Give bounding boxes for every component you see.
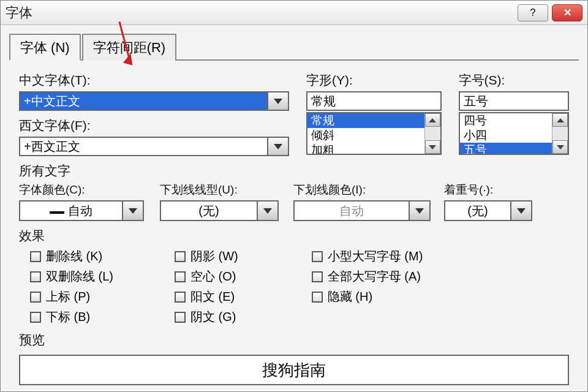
dropdown-button[interactable] <box>410 200 431 221</box>
dropdown-button[interactable] <box>511 200 532 221</box>
font-color-dropdown[interactable]: 自动 <box>19 200 149 221</box>
checkbox-superscript[interactable]: 上标 (P) <box>30 288 113 305</box>
underline-color-value: 自动 <box>293 200 410 221</box>
effects-group: 删除线 (K) 双删除线 (L) 上标 (P) 下标 (B) 阴影 (W) 空心… <box>30 248 569 325</box>
emphasis-value: (无) <box>444 200 511 221</box>
checkbox-subscript[interactable]: 下标 (B) <box>30 309 113 325</box>
scroll-up-button[interactable] <box>552 113 568 127</box>
emphasis-dropdown[interactable]: (无) <box>444 200 542 221</box>
chevron-down-icon <box>274 144 282 149</box>
preview-label: 预览 <box>19 331 569 349</box>
preview-box: 搜狗指南 <box>19 355 569 385</box>
dialog-body: 中文字体(T): 西文字体(F): 字形(Y): 常规 倾斜 <box>1 61 587 385</box>
underline-color-dropdown[interactable]: 自动 <box>293 200 433 221</box>
window-title: 字体 <box>6 4 518 22</box>
scroll-down-button[interactable] <box>552 140 568 154</box>
checkbox-icon <box>175 312 186 323</box>
checkbox-icon <box>312 292 323 303</box>
chinese-font-dropdown-button[interactable] <box>268 91 289 111</box>
all-text-label: 所有文字 <box>19 162 569 179</box>
font-size-label: 字号(S): <box>459 72 569 89</box>
chevron-down-icon <box>415 208 424 214</box>
help-button[interactable]: ? <box>518 4 548 21</box>
preview-text: 搜狗指南 <box>262 360 326 381</box>
underline-style-value: (无) <box>160 200 258 221</box>
checkbox-icon <box>30 271 41 282</box>
font-style-label: 字形(Y): <box>306 72 442 89</box>
checkbox-icon <box>312 271 323 282</box>
list-item[interactable]: 四号 <box>460 113 552 128</box>
font-dialog: 字体 ? ✕ 字体 (N) 字符间距(R) 中文字体(T): 西文字体(F): <box>0 0 588 392</box>
scrollbar[interactable] <box>552 113 568 154</box>
checkbox-outline[interactable]: 空心 (O) <box>175 268 238 285</box>
checkbox-hidden[interactable]: 隐藏 (H) <box>312 288 423 305</box>
tab-char-spacing[interactable]: 字符间距(R) <box>82 34 177 61</box>
checkbox-icon <box>30 312 41 323</box>
underline-style-dropdown[interactable]: (无) <box>160 200 282 221</box>
chevron-down-icon <box>263 208 272 214</box>
checkbox-engrave[interactable]: 阴文 (G) <box>175 309 238 325</box>
close-button[interactable]: ✕ <box>552 4 582 21</box>
checkbox-icon <box>175 292 186 303</box>
checkbox-double-strikethrough[interactable]: 双删除线 (L) <box>30 268 113 285</box>
color-swatch-icon <box>50 208 64 214</box>
emphasis-label: 着重号(·): <box>444 182 542 198</box>
chevron-down-icon <box>429 145 436 149</box>
chevron-down-icon <box>517 208 526 214</box>
checkbox-shadow[interactable]: 阴影 (W) <box>175 248 238 265</box>
font-color-label: 字体颜色(C): <box>19 182 149 198</box>
underline-style-label: 下划线线型(U): <box>160 182 282 198</box>
effects-label: 效果 <box>19 227 569 244</box>
underline-color-label: 下划线颜色(I): <box>293 182 433 198</box>
western-font-dropdown-button[interactable] <box>268 137 289 156</box>
tab-bar: 字体 (N) 字符间距(R) <box>1 25 587 61</box>
list-item[interactable]: 倾斜 <box>307 128 424 143</box>
tab-font[interactable]: 字体 (N) <box>9 34 81 61</box>
font-size-input[interactable] <box>459 91 569 111</box>
help-icon: ? <box>530 7 536 18</box>
western-font-label: 西文字体(F): <box>19 117 289 134</box>
titlebar: 字体 ? ✕ <box>1 1 587 25</box>
list-item[interactable]: 加粗 <box>307 143 424 154</box>
checkbox-all-caps[interactable]: 全部大写字母 (A) <box>312 268 423 285</box>
checkbox-icon <box>30 292 41 303</box>
checkbox-small-caps[interactable]: 小型大写字母 (M) <box>312 248 423 265</box>
chinese-font-combo[interactable] <box>19 91 289 111</box>
checkbox-icon <box>175 271 186 282</box>
checkbox-icon <box>30 251 41 262</box>
scroll-down-button[interactable] <box>425 140 440 154</box>
font-color-value: 自动 <box>68 203 92 219</box>
list-item[interactable]: 小四 <box>460 128 552 143</box>
list-item[interactable]: 常规 <box>307 113 424 128</box>
chevron-up-icon <box>429 118 436 123</box>
checkbox-icon <box>312 251 323 262</box>
chinese-font-label: 中文字体(T): <box>19 72 289 89</box>
checkbox-strikethrough[interactable]: 删除线 (K) <box>30 248 113 265</box>
chevron-down-icon <box>274 99 282 104</box>
close-icon: ✕ <box>564 7 571 18</box>
dropdown-button[interactable] <box>258 200 279 221</box>
western-font-input[interactable] <box>19 137 268 156</box>
font-style-input[interactable] <box>306 91 442 111</box>
checkbox-icon <box>175 251 186 262</box>
list-item[interactable]: 五号 <box>460 143 552 154</box>
font-style-list[interactable]: 常规 倾斜 加粗 <box>306 112 442 155</box>
chevron-up-icon <box>557 118 564 123</box>
checkbox-emboss[interactable]: 阳文 (E) <box>175 288 238 305</box>
chevron-down-icon <box>557 145 564 149</box>
scrollbar[interactable] <box>424 113 440 154</box>
chevron-down-icon <box>129 208 137 214</box>
western-font-combo[interactable] <box>19 137 289 156</box>
font-size-list[interactable]: 四号 小四 五号 <box>459 112 569 155</box>
scroll-up-button[interactable] <box>425 113 440 127</box>
dropdown-button[interactable] <box>123 200 144 221</box>
chinese-font-input[interactable] <box>19 91 268 111</box>
